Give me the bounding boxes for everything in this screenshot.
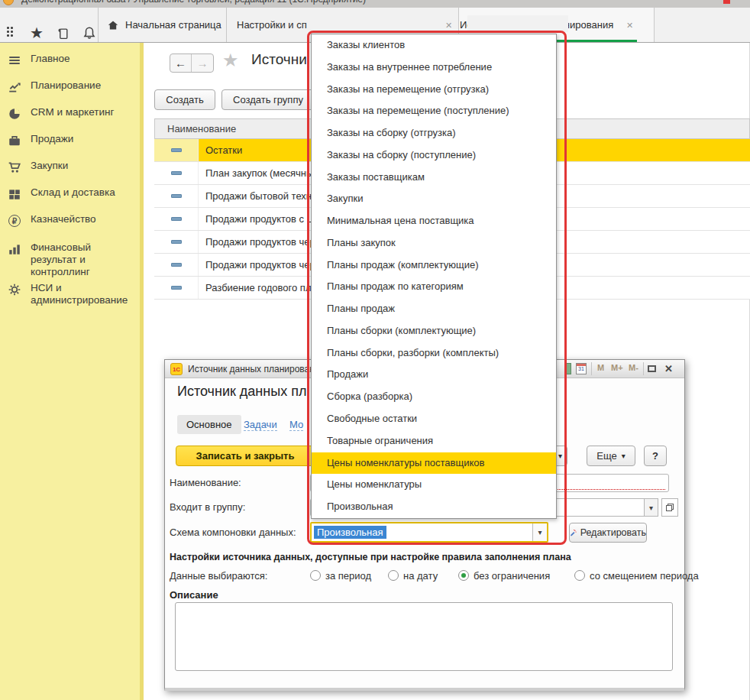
calendar-icon[interactable]: 31 (576, 363, 587, 374)
main-menu-icon[interactable] (7, 27, 13, 37)
dropdown-item[interactable]: Заказы на перемещение (поступление) (312, 100, 556, 122)
forward-button[interactable]: → (192, 54, 213, 72)
dropdown-item[interactable]: Заказы на сборку (поступление) (312, 144, 556, 167)
create-button[interactable]: Создать (154, 89, 215, 110)
dropdown-item[interactable]: Товарные ограничения (312, 430, 556, 452)
page-title: Источни (251, 51, 307, 68)
tab-sources-close-icon[interactable]: ✕ (626, 21, 633, 31)
more-button[interactable]: Еще ▾ (587, 446, 635, 466)
chevron-down-icon: ▾ (649, 504, 653, 512)
radio-shift[interactable] (574, 570, 585, 581)
close-button-fragment (723, 0, 730, 4)
tab-more[interactable]: Мо (289, 419, 303, 431)
app-logo-icon (3, 0, 14, 5)
history-icon[interactable] (57, 28, 70, 41)
save-and-close-button[interactable]: Записать и закрыть (176, 446, 315, 466)
divider (226, 8, 227, 42)
grid-boxes-icon (7, 186, 22, 202)
item-icon (154, 208, 199, 230)
memory-minus-button[interactable]: M- (629, 363, 638, 372)
favorite-star-icon[interactable]: ★ (222, 50, 239, 71)
sidebar-item-treasury[interactable]: ₽ Казначейство (0, 213, 140, 228)
dropdown-item[interactable]: Заказы на внутреннее потребление (312, 57, 556, 79)
group-dropdown-button[interactable]: ▾ (644, 498, 658, 517)
sidebar-item-label: Склад и доставка (31, 186, 140, 199)
sidebar-item-warehouse[interactable]: Склад и доставка (0, 186, 140, 202)
dropdown-item[interactable]: Планы продаж (комплектующие) (312, 254, 556, 277)
sidebar-item-label: Казначейство (31, 213, 140, 225)
sidebar-item-label: Продажи (31, 133, 140, 145)
dropdown-item[interactable]: Продажи (312, 364, 556, 386)
sidebar-item-label: Главное (31, 53, 140, 65)
dropdown-item[interactable]: Закупки (312, 188, 556, 210)
dialog-heading: Источник данных пл (177, 384, 306, 400)
menu-lines-icon (7, 53, 22, 68)
dropdown-item[interactable]: Планы сборки (комплектующие) (312, 320, 556, 342)
sidebar-item-admin[interactable]: НСИ и администрирование (0, 276, 140, 306)
tab-settings-close-icon[interactable]: ✕ (445, 21, 452, 31)
name-label: Наименование: (170, 477, 241, 488)
schema-dropdown-list: Заказы клиентов Заказы на внутреннее пот… (311, 34, 557, 519)
dropdown-item[interactable]: Заказы на сборку (отгрузка) (312, 122, 556, 144)
dropdown-item[interactable]: Произвольная (312, 496, 556, 518)
memory-button[interactable]: M (597, 363, 604, 372)
divider (591, 362, 592, 375)
ruble-coin-icon: ₽ (7, 213, 22, 228)
data-select-row: Данные выбираются: за период на дату без… (165, 569, 684, 584)
radio-date-label[interactable]: на дату (403, 570, 438, 582)
more-label: Еще (596, 450, 616, 462)
bar-chart-icon (7, 241, 22, 257)
dropdown-item[interactable]: Планы продаж (312, 298, 556, 320)
tab-main[interactable]: Основное (177, 415, 241, 434)
data-select-label: Данные выбираются: (170, 570, 267, 582)
app-window: Демонстрационная база / Управление торго… (0, 0, 750, 700)
maximize-icon[interactable] (648, 365, 656, 372)
window-titlebar: Демонстрационная база / Управление торго… (0, 0, 750, 8)
chevron-down-icon: ▾ (622, 452, 626, 460)
create-group-button[interactable]: Создать группу (221, 89, 315, 110)
radio-shift-label[interactable]: со смещением периода (590, 570, 699, 582)
radio-unlimited[interactable] (458, 570, 469, 581)
dropdown-item-highlighted[interactable]: Цены номенклатуры поставщиков (312, 452, 556, 475)
sidebar-item-planning[interactable]: Планирование (0, 79, 140, 95)
edit-wand-icon (570, 527, 577, 538)
dialog-close-icon[interactable]: ✕ (664, 363, 673, 374)
radio-period-label[interactable]: за период (325, 570, 371, 582)
tab-home-label: Начальная страница (125, 19, 221, 31)
favorites-icon[interactable]: ★ (30, 24, 44, 42)
radio-date[interactable] (388, 570, 399, 581)
tab-home[interactable]: Начальная страница (99, 8, 226, 42)
radio-unlimited-label[interactable]: без ограничения (474, 570, 550, 582)
dropdown-item[interactable]: Заказы клиентов (312, 34, 556, 57)
sidebar-item-finance[interactable]: Финансовый результат и контроллинг (0, 235, 140, 278)
dropdown-item[interactable]: Минимальная цена поставщика (312, 210, 556, 232)
notifications-bell-icon[interactable] (82, 26, 96, 40)
dropdown-item[interactable]: Заказы поставщикам (312, 167, 556, 189)
memory-plus-button[interactable]: M+ (611, 363, 623, 372)
dropdown-item[interactable]: Заказы на перемещение (отгрузка) (312, 79, 556, 101)
dropdown-item[interactable]: Цены номенклатуры (312, 474, 556, 496)
sidebar-item-purchases[interactable]: Закупки (0, 160, 140, 175)
divider (654, 8, 655, 42)
dropdown-item[interactable]: Свободные остатки (312, 408, 556, 430)
dropdown-item[interactable]: Сборка (разборка) (312, 386, 556, 408)
dropdown-item[interactable]: Планы закупок (312, 232, 556, 254)
description-textarea[interactable] (175, 602, 673, 671)
tab-tasks[interactable]: Задачи (244, 419, 277, 431)
sidebar-item-sales[interactable]: Продажи (0, 133, 140, 148)
back-button[interactable]: ← (170, 54, 192, 72)
sidebar-item-main[interactable]: Главное (0, 53, 140, 68)
dropdown-item[interactable]: Планы сборки, разборки (комплекты) (312, 342, 556, 365)
settings-section-header: Настройки источника данных, доступные пр… (170, 552, 571, 562)
edit-schema-button[interactable]: Редактировать (569, 523, 647, 543)
sidebar-item-label: НСИ и администрирование (31, 282, 140, 306)
tab-settings-label: Настройки и сп (237, 19, 307, 31)
sidebar-item-crm[interactable]: CRM и маркетинг (0, 106, 140, 122)
open-windows-icon (665, 503, 674, 512)
help-button[interactable]: ? (644, 446, 667, 466)
group-open-button[interactable] (661, 498, 678, 517)
briefcase-icon (7, 133, 22, 148)
dropdown-item[interactable]: Планы продаж по категориям (312, 276, 556, 298)
sidebar-item-label: Планирование (31, 79, 140, 92)
radio-period[interactable] (310, 570, 321, 581)
